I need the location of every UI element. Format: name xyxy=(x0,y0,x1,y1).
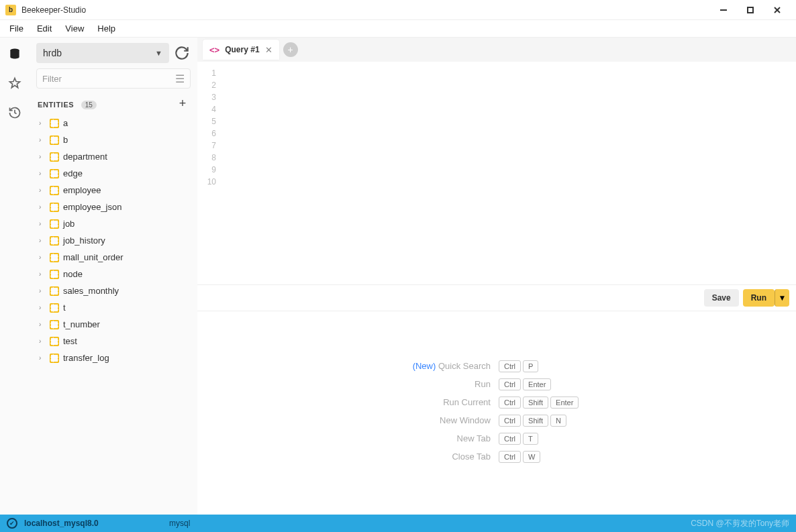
key-badge: T xyxy=(523,433,538,445)
window-title: Beekeeper-Studio xyxy=(21,5,710,15)
key-badge: Ctrl xyxy=(499,433,521,445)
entity-item[interactable]: › employee_json xyxy=(36,199,191,215)
menu-help[interactable]: Help xyxy=(91,21,122,36)
key-badge: Enter xyxy=(550,396,579,409)
history-icon[interactable] xyxy=(7,105,23,121)
add-entity-button[interactable]: + xyxy=(176,97,189,111)
tab-close-icon[interactable]: ✕ xyxy=(265,45,272,55)
entity-item[interactable]: › transfer_log xyxy=(36,350,191,366)
entity-item[interactable]: › b xyxy=(36,131,191,148)
entity-item[interactable]: › sales_monthly xyxy=(36,282,191,299)
maximize-button[interactable] xyxy=(737,1,764,19)
table-icon xyxy=(50,303,59,313)
key-badge: Shift xyxy=(523,415,548,427)
run-button[interactable]: Run xyxy=(743,289,775,307)
key-badge: N xyxy=(550,415,566,427)
entity-name: sales_monthly xyxy=(63,286,119,296)
table-icon xyxy=(50,270,59,279)
entity-name: t_number xyxy=(63,319,100,329)
filter-options-icon[interactable]: ☰ xyxy=(175,72,185,85)
entity-name: edge xyxy=(63,168,83,178)
table-icon xyxy=(50,219,59,229)
code-area[interactable] xyxy=(220,62,796,284)
chevron-right-icon: › xyxy=(39,136,46,144)
shortcut-keys: CtrlShiftEnter xyxy=(499,396,581,409)
entity-item[interactable]: › edge xyxy=(36,165,191,182)
table-icon xyxy=(50,169,59,178)
shortcut-label: Close Tab xyxy=(413,450,493,463)
shortcut-label: Run Current xyxy=(413,396,493,409)
table-icon xyxy=(50,253,59,262)
table-icon xyxy=(50,320,59,329)
key-badge: Ctrl xyxy=(499,360,521,372)
chevron-right-icon: › xyxy=(39,321,46,328)
chevron-right-icon: › xyxy=(39,254,46,261)
entity-item[interactable]: › test xyxy=(36,333,191,350)
shortcut-label: New Window xyxy=(413,414,493,427)
entity-item[interactable]: › department xyxy=(36,148,191,165)
favorites-icon[interactable] xyxy=(7,75,23,91)
connection-name[interactable]: localhost_mysql8.0 xyxy=(24,519,99,528)
left-rail xyxy=(0,38,30,515)
chevron-right-icon: › xyxy=(39,203,46,211)
chevron-right-icon: › xyxy=(39,237,46,244)
chevron-right-icon: › xyxy=(39,119,46,127)
entity-item[interactable]: › job_history xyxy=(36,232,191,249)
table-icon xyxy=(50,186,59,195)
table-icon xyxy=(50,136,59,145)
key-badge: Enter xyxy=(523,378,551,390)
svg-rect-33 xyxy=(50,236,58,244)
status-bar: ✔ localhost_mysql8.0 mysql CSDN @不剪发的Ton… xyxy=(0,515,796,532)
entity-name: t xyxy=(63,303,66,313)
entity-item[interactable]: › employee xyxy=(36,182,191,199)
chevron-right-icon: › xyxy=(39,220,46,227)
entity-item[interactable]: › mall_unit_order xyxy=(36,249,191,266)
tables-icon[interactable] xyxy=(7,46,23,62)
tab-bar: <> Query #1 ✕ + xyxy=(197,38,796,62)
key-badge: Ctrl xyxy=(499,378,521,390)
entity-name: department xyxy=(63,152,107,162)
entity-name: node xyxy=(63,269,83,279)
key-badge: Ctrl xyxy=(499,415,521,427)
entity-name: employee xyxy=(63,185,101,195)
key-badge: Shift xyxy=(523,396,548,409)
entity-item[interactable]: › t xyxy=(36,299,191,316)
entity-name: employee_json xyxy=(63,202,121,212)
svg-rect-57 xyxy=(50,337,58,345)
entity-name: job_history xyxy=(63,235,105,246)
entity-item[interactable]: › node xyxy=(36,266,191,282)
entities-label: ENTITIES xyxy=(38,101,74,109)
svg-rect-37 xyxy=(50,253,58,261)
refresh-button[interactable] xyxy=(173,44,191,62)
shortcut-keys: CtrlW xyxy=(499,450,581,463)
tab-query-1[interactable]: <> Query #1 ✕ xyxy=(203,40,279,60)
menu-edit[interactable]: Edit xyxy=(30,21,58,36)
chevron-right-icon: › xyxy=(39,354,46,362)
entity-item[interactable]: › a xyxy=(36,115,191,131)
key-badge: P xyxy=(523,360,538,372)
database-select[interactable]: hrdb ▼ xyxy=(36,43,169,63)
chevron-right-icon: › xyxy=(39,337,46,345)
svg-rect-9 xyxy=(50,136,58,144)
shortcut-keys: CtrlShiftN xyxy=(499,414,581,427)
entity-name: transfer_log xyxy=(63,353,109,363)
filter-input[interactable] xyxy=(42,74,175,84)
new-tab-button[interactable]: + xyxy=(283,42,298,57)
entity-name: test xyxy=(63,336,77,346)
key-badge: Ctrl xyxy=(499,396,521,409)
menu-file[interactable]: File xyxy=(3,21,30,36)
menu-view[interactable]: View xyxy=(58,21,91,36)
svg-rect-25 xyxy=(50,203,58,211)
sql-editor[interactable]: 12345678910 xyxy=(197,62,796,284)
close-button[interactable] xyxy=(764,1,791,19)
svg-rect-61 xyxy=(50,354,58,362)
entity-item[interactable]: › job xyxy=(36,215,191,232)
entities-count-badge: 15 xyxy=(81,101,97,109)
entity-item[interactable]: › t_number xyxy=(36,316,191,333)
minimize-button[interactable] xyxy=(710,1,737,19)
key-badge: W xyxy=(523,451,540,463)
entity-name: b xyxy=(63,135,68,145)
save-button[interactable]: Save xyxy=(704,289,739,307)
table-icon xyxy=(50,119,59,128)
run-dropdown-button[interactable]: ▼ xyxy=(775,289,789,307)
